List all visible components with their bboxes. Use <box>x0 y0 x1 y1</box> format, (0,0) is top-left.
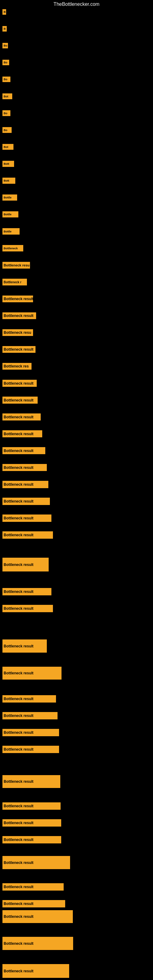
bar-label: Bottleneck result <box>2 856 70 869</box>
bar-label: Bottleneck result <box>2 514 51 522</box>
bar-label: Bottleneck result <box>2 481 48 488</box>
bar-item: Bottleneck result <box>2 396 38 404</box>
bar-item: Bottleneck result <box>2 729 59 736</box>
bar-item: Bottleneck result <box>2 380 37 387</box>
bar-item: Bottleneck result <box>2 937 73 950</box>
bar-label: Bottleneck res <box>2 363 32 370</box>
bar-label: Bottle <box>2 194 17 200</box>
bar-item: Bottleneck result <box>2 883 64 891</box>
bar-item: Bo <box>2 60 9 65</box>
bar-label: Bot <box>2 94 12 99</box>
bar-item: Bottleneck result <box>2 312 36 319</box>
bar-label: Bottleneck result <box>2 430 42 438</box>
bar-label: Bottleneck result <box>2 588 51 595</box>
bar-label: Bottleneck result <box>2 729 59 736</box>
bar-label: Bottle <box>2 228 19 235</box>
bar-label: B <box>2 9 6 15</box>
bar-item: Bo <box>2 127 12 133</box>
bar-item: Bot <box>2 144 13 150</box>
bar-label: Bottleneck resu <box>2 262 30 269</box>
bar-label: Bottleneck result <box>2 346 35 353</box>
bar-label: Bottleneck result <box>2 296 33 302</box>
bar-item: Bottleneck result <box>2 775 60 788</box>
bar-label: Bottleneck result <box>2 531 53 539</box>
bar-item: Bott <box>2 161 14 167</box>
bar-item: Bottleneck result <box>2 910 73 923</box>
bar-label: Bottleneck result <box>2 414 41 420</box>
bar-item: Bott <box>2 178 15 184</box>
bar-item: Bottleneck result <box>2 296 33 302</box>
bar-item: Bottleneck result <box>2 558 49 571</box>
bar-label: Bottleneck r <box>2 279 27 285</box>
bar-label: Bot <box>2 144 13 150</box>
bar-item: Bo <box>2 43 8 48</box>
bar-item: Bot <box>2 94 12 99</box>
bar-label: Bottleneck result <box>2 937 73 950</box>
bar-label: Bottleneck <box>2 245 23 251</box>
bar-item: B <box>2 9 6 15</box>
bar-item: Bottleneck result <box>2 836 61 843</box>
bar-label: Bottleneck result <box>2 605 53 612</box>
bar-label: Bottleneck result <box>2 712 57 719</box>
bar-item: Bottleneck result <box>2 856 70 869</box>
bar-label: Bottleneck result <box>2 667 62 679</box>
bar-item: Bottleneck result <box>2 802 61 810</box>
bar-label: Bo <box>2 43 8 48</box>
bar-label: Bottleneck result <box>2 498 50 505</box>
bar-label: Bottle <box>2 211 18 218</box>
bar-label: Bo <box>2 60 9 65</box>
bar-label: Bo <box>2 127 12 133</box>
bar-item: Bottleneck result <box>2 964 69 978</box>
bar-item: B <box>2 26 7 32</box>
bar-item: Bottleneck result <box>2 430 42 438</box>
bar-item: Bottleneck resu <box>2 329 33 336</box>
bar-label: Bo <box>2 76 10 82</box>
bar-label: Bottleneck result <box>2 802 61 810</box>
bar-item: Bottleneck result <box>2 900 65 907</box>
bar-item: Bo <box>2 76 10 82</box>
bar-item: Bottleneck result <box>2 819 61 827</box>
bar-label: Bottleneck result <box>2 558 49 571</box>
bar-item: Bo <box>2 110 10 116</box>
bar-item: Bottleneck result <box>2 514 51 522</box>
bar-item: Bottle <box>2 194 17 200</box>
bar-label: Bottleneck result <box>2 883 64 891</box>
bar-item: Bottleneck resu <box>2 262 30 269</box>
bar-item: Bottleneck result <box>2 464 47 471</box>
site-title: TheBottlenecker.com <box>54 2 99 7</box>
bar-label: Bottleneck result <box>2 819 61 827</box>
bar-label: Bottleneck result <box>2 746 59 753</box>
bar-label: Bottleneck result <box>2 464 47 471</box>
bar-item: Bottleneck result <box>2 640 47 652</box>
bar-label: Bottleneck resu <box>2 329 33 336</box>
bar-item: Bottleneck result <box>2 605 53 612</box>
bar-item: Bottleneck result <box>2 481 48 488</box>
bar-item: Bottleneck r <box>2 279 27 285</box>
bar-item: Bottleneck result <box>2 414 41 420</box>
bar-label: Bottleneck result <box>2 312 36 319</box>
bar-label: Bottleneck result <box>2 447 45 454</box>
bar-label: Bottleneck result <box>2 836 61 843</box>
bar-label: Bottleneck result <box>2 775 60 788</box>
bar-item: Bottleneck result <box>2 447 45 454</box>
bar-item: Bottleneck res <box>2 363 32 370</box>
bar-item: Bottleneck result <box>2 498 50 505</box>
bar-label: Bottleneck result <box>2 910 73 923</box>
bar-label: Bott <box>2 161 14 167</box>
bar-label: Bottleneck result <box>2 900 65 907</box>
bar-label: Bottleneck result <box>2 396 38 404</box>
bar-item: Bottleneck result <box>2 346 35 353</box>
bar-label: Bottleneck result <box>2 640 47 652</box>
bar-item: Bottleneck result <box>2 746 59 753</box>
bar-item: Bottleneck result <box>2 712 57 719</box>
bar-item: Bottleneck result <box>2 667 62 679</box>
bar-label: Bottleneck result <box>2 964 69 978</box>
bar-label: Bo <box>2 110 10 116</box>
bar-item: Bottleneck result <box>2 588 51 595</box>
bar-label: Bottleneck result <box>2 380 37 387</box>
bar-item: Bottleneck <box>2 245 23 251</box>
bar-item: Bottleneck result <box>2 695 56 703</box>
bar-label: Bott <box>2 178 15 184</box>
bar-item: Bottle <box>2 228 19 235</box>
bar-item: Bottle <box>2 211 18 218</box>
